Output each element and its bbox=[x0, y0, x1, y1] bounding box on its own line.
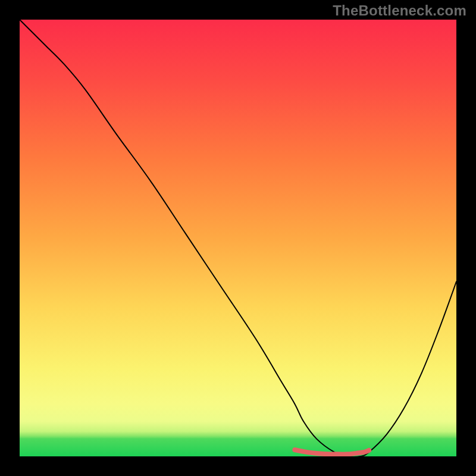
chart-frame: TheBottleneck.com bbox=[0, 0, 476, 476]
chart-plot bbox=[20, 20, 456, 456]
watermark-text: TheBottleneck.com bbox=[333, 2, 466, 19]
gradient-background bbox=[20, 20, 456, 456]
